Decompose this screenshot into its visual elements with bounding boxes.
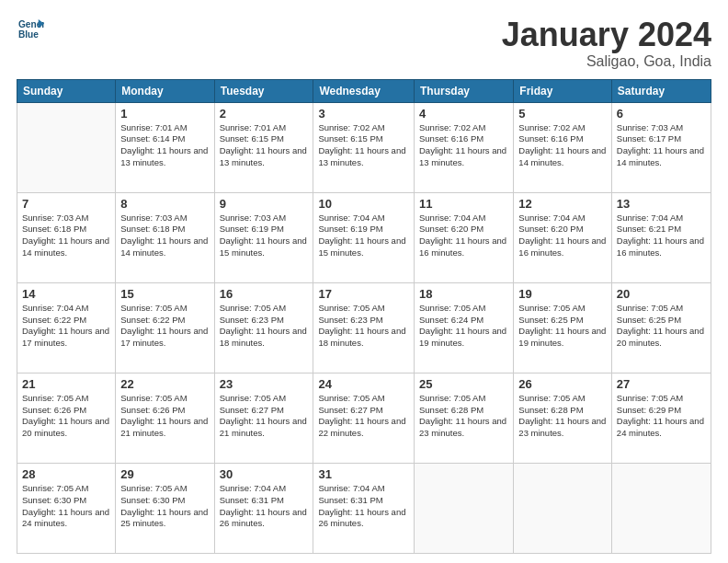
day-number: 31 xyxy=(318,467,409,481)
calendar-cell: 2Sunrise: 7:01 AM Sunset: 6:15 PM Daylig… xyxy=(214,102,313,192)
day-number: 27 xyxy=(617,377,706,391)
calendar-cell: 3Sunrise: 7:02 AM Sunset: 6:15 PM Daylig… xyxy=(313,102,415,192)
day-number: 9 xyxy=(220,197,309,211)
day-info: Sunrise: 7:04 AM Sunset: 6:20 PM Dayligh… xyxy=(419,213,508,259)
day-info: Sunrise: 7:05 AM Sunset: 6:28 PM Dayligh… xyxy=(518,393,607,440)
calendar-cell: 13Sunrise: 7:04 AM Sunset: 6:21 PM Dayli… xyxy=(611,192,711,282)
col-tuesday: Tuesday xyxy=(214,79,313,102)
day-info: Sunrise: 7:05 AM Sunset: 6:25 PM Dayligh… xyxy=(617,303,706,350)
day-info: Sunrise: 7:01 AM Sunset: 6:15 PM Dayligh… xyxy=(220,122,309,169)
calendar-cell: 22Sunrise: 7:05 AM Sunset: 6:26 PM Dayli… xyxy=(116,373,214,463)
calendar-week-1: 1Sunrise: 7:01 AM Sunset: 6:14 PM Daylig… xyxy=(17,102,711,192)
day-info: Sunrise: 7:05 AM Sunset: 6:28 PM Dayligh… xyxy=(419,393,508,440)
calendar-cell: 30Sunrise: 7:04 AM Sunset: 6:31 PM Dayli… xyxy=(214,463,313,553)
logo-icon: General Blue xyxy=(18,17,44,42)
day-number: 28 xyxy=(22,467,110,481)
calendar-cell: 26Sunrise: 7:05 AM Sunset: 6:28 PM Dayli… xyxy=(514,373,612,463)
title-block: January 2024 Saligao, Goa, India xyxy=(502,17,711,70)
day-number: 21 xyxy=(22,377,110,391)
col-sunday: Sunday xyxy=(17,79,116,102)
header-row: Sunday Monday Tuesday Wednesday Thursday… xyxy=(17,79,711,102)
day-info: Sunrise: 7:04 AM Sunset: 6:21 PM Dayligh… xyxy=(617,213,706,259)
col-friday: Friday xyxy=(514,79,612,102)
calendar-cell: 1Sunrise: 7:01 AM Sunset: 6:14 PM Daylig… xyxy=(116,102,214,192)
calendar-cell: 10Sunrise: 7:04 AM Sunset: 6:19 PM Dayli… xyxy=(313,192,415,282)
day-number: 7 xyxy=(22,197,110,211)
day-number: 13 xyxy=(617,197,706,211)
calendar-header: Sunday Monday Tuesday Wednesday Thursday… xyxy=(17,79,711,102)
day-info: Sunrise: 7:02 AM Sunset: 6:16 PM Dayligh… xyxy=(419,122,508,169)
day-number: 16 xyxy=(220,287,309,301)
svg-text:Blue: Blue xyxy=(18,29,39,40)
day-number: 18 xyxy=(419,287,508,301)
day-info: Sunrise: 7:03 AM Sunset: 6:18 PM Dayligh… xyxy=(120,213,209,259)
day-number: 10 xyxy=(318,197,409,211)
day-info: Sunrise: 7:05 AM Sunset: 6:26 PM Dayligh… xyxy=(120,393,209,440)
location: Saligao, Goa, India xyxy=(502,53,711,70)
day-info: Sunrise: 7:05 AM Sunset: 6:27 PM Dayligh… xyxy=(318,393,409,440)
day-number: 26 xyxy=(518,377,607,391)
day-info: Sunrise: 7:02 AM Sunset: 6:16 PM Dayligh… xyxy=(518,122,607,169)
day-number: 30 xyxy=(220,467,309,481)
calendar-cell: 12Sunrise: 7:04 AM Sunset: 6:20 PM Dayli… xyxy=(514,192,612,282)
day-number: 19 xyxy=(518,287,607,301)
calendar-week-3: 14Sunrise: 7:04 AM Sunset: 6:22 PM Dayli… xyxy=(17,282,711,373)
calendar-cell: 4Sunrise: 7:02 AM Sunset: 6:16 PM Daylig… xyxy=(415,102,514,192)
day-info: Sunrise: 7:05 AM Sunset: 6:29 PM Dayligh… xyxy=(617,393,706,440)
logo: General Blue xyxy=(17,17,44,42)
calendar-week-2: 7Sunrise: 7:03 AM Sunset: 6:18 PM Daylig… xyxy=(17,192,711,282)
calendar-cell: 24Sunrise: 7:05 AM Sunset: 6:27 PM Dayli… xyxy=(313,373,415,463)
day-info: Sunrise: 7:05 AM Sunset: 6:25 PM Dayligh… xyxy=(518,303,607,350)
calendar-cell xyxy=(17,102,116,192)
day-number: 25 xyxy=(419,377,508,391)
day-number: 23 xyxy=(220,377,309,391)
day-number: 17 xyxy=(318,287,409,301)
header: General Blue January 2024 Saligao, Goa, … xyxy=(17,17,711,70)
day-info: Sunrise: 7:03 AM Sunset: 6:17 PM Dayligh… xyxy=(617,122,706,169)
day-info: Sunrise: 7:04 AM Sunset: 6:20 PM Dayligh… xyxy=(518,213,607,259)
day-number: 24 xyxy=(318,377,409,391)
calendar-cell: 14Sunrise: 7:04 AM Sunset: 6:22 PM Dayli… xyxy=(17,282,116,373)
day-number: 1 xyxy=(120,107,209,121)
day-info: Sunrise: 7:02 AM Sunset: 6:15 PM Dayligh… xyxy=(318,122,409,169)
calendar-cell xyxy=(415,463,514,553)
day-info: Sunrise: 7:05 AM Sunset: 6:23 PM Dayligh… xyxy=(220,303,309,350)
day-number: 2 xyxy=(220,107,309,121)
calendar-cell: 28Sunrise: 7:05 AM Sunset: 6:30 PM Dayli… xyxy=(17,463,116,553)
calendar-cell: 11Sunrise: 7:04 AM Sunset: 6:20 PM Dayli… xyxy=(415,192,514,282)
month-title: January 2024 xyxy=(502,17,711,53)
calendar-week-4: 21Sunrise: 7:05 AM Sunset: 6:26 PM Dayli… xyxy=(17,373,711,463)
day-info: Sunrise: 7:05 AM Sunset: 6:22 PM Dayligh… xyxy=(120,303,209,350)
calendar-cell: 17Sunrise: 7:05 AM Sunset: 6:23 PM Dayli… xyxy=(313,282,415,373)
day-number: 8 xyxy=(120,197,209,211)
calendar-cell xyxy=(514,463,612,553)
day-number: 3 xyxy=(318,107,409,121)
calendar-cell: 19Sunrise: 7:05 AM Sunset: 6:25 PM Dayli… xyxy=(514,282,612,373)
day-number: 11 xyxy=(419,197,508,211)
calendar-cell: 7Sunrise: 7:03 AM Sunset: 6:18 PM Daylig… xyxy=(17,192,116,282)
calendar-table: Sunday Monday Tuesday Wednesday Thursday… xyxy=(17,79,711,554)
day-number: 14 xyxy=(22,287,110,301)
day-info: Sunrise: 7:05 AM Sunset: 6:24 PM Dayligh… xyxy=(419,303,508,350)
day-info: Sunrise: 7:03 AM Sunset: 6:18 PM Dayligh… xyxy=(22,213,110,259)
calendar-cell: 27Sunrise: 7:05 AM Sunset: 6:29 PM Dayli… xyxy=(611,373,711,463)
calendar-cell: 9Sunrise: 7:03 AM Sunset: 6:19 PM Daylig… xyxy=(214,192,313,282)
day-info: Sunrise: 7:05 AM Sunset: 6:30 PM Dayligh… xyxy=(120,483,209,530)
day-number: 12 xyxy=(518,197,607,211)
day-info: Sunrise: 7:05 AM Sunset: 6:23 PM Dayligh… xyxy=(318,303,409,350)
day-info: Sunrise: 7:03 AM Sunset: 6:19 PM Dayligh… xyxy=(220,213,309,259)
calendar-cell: 16Sunrise: 7:05 AM Sunset: 6:23 PM Dayli… xyxy=(214,282,313,373)
day-info: Sunrise: 7:04 AM Sunset: 6:19 PM Dayligh… xyxy=(318,213,409,259)
calendar-cell: 21Sunrise: 7:05 AM Sunset: 6:26 PM Dayli… xyxy=(17,373,116,463)
calendar-cell: 29Sunrise: 7:05 AM Sunset: 6:30 PM Dayli… xyxy=(116,463,214,553)
calendar-cell: 18Sunrise: 7:05 AM Sunset: 6:24 PM Dayli… xyxy=(415,282,514,373)
day-info: Sunrise: 7:05 AM Sunset: 6:27 PM Dayligh… xyxy=(220,393,309,440)
day-info: Sunrise: 7:04 AM Sunset: 6:31 PM Dayligh… xyxy=(220,483,309,530)
col-thursday: Thursday xyxy=(415,79,514,102)
calendar-cell: 31Sunrise: 7:04 AM Sunset: 6:31 PM Dayli… xyxy=(313,463,415,553)
calendar-body: 1Sunrise: 7:01 AM Sunset: 6:14 PM Daylig… xyxy=(17,102,711,553)
day-number: 15 xyxy=(120,287,209,301)
calendar-cell: 20Sunrise: 7:05 AM Sunset: 6:25 PM Dayli… xyxy=(611,282,711,373)
page: General Blue January 2024 Saligao, Goa, … xyxy=(0,0,728,563)
day-number: 22 xyxy=(120,377,209,391)
